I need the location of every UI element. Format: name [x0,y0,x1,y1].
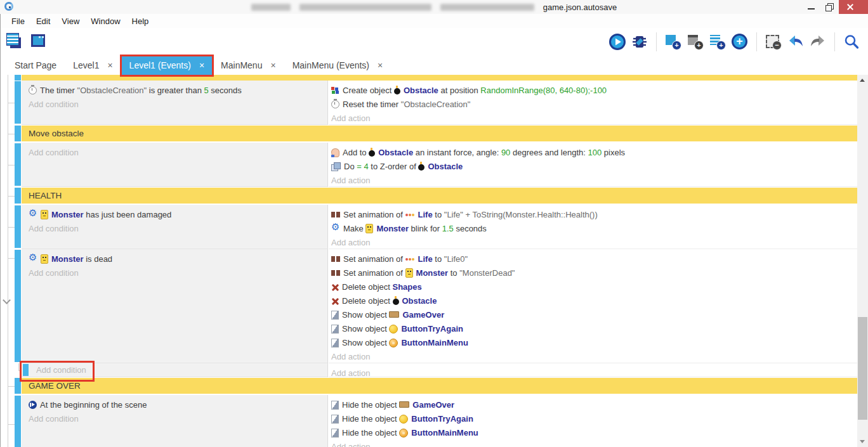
add-circle-icon[interactable] [731,33,749,51]
add-event-icon[interactable] [664,33,682,51]
action-line[interactable]: Set animation of Life to "Life0" [331,252,857,266]
condition-line[interactable]: The timer "ObstacleCreation" is greater … [29,84,327,98]
menu-help[interactable]: Help [126,16,155,26]
menu-view[interactable]: View [56,16,85,26]
action-line[interactable]: Show object GameOver [331,308,857,322]
conditions-column[interactable]: Add condition [22,143,328,187]
preview-play-icon[interactable] [608,33,626,51]
condition-line[interactable]: At the beginning of the scene [29,398,327,412]
action-line[interactable]: Create object Obstacle at position Rando… [331,84,857,98]
start-page-icon[interactable] [30,32,48,50]
event-row[interactable]: Monster is deadAdd conditionSet animatio… [0,249,857,363]
add-action-button[interactable]: Add action [331,236,857,250]
event-selection-bar[interactable] [15,205,21,248]
add-condition-button[interactable]: Add condition [29,146,327,160]
add-action-button[interactable]: Add action [331,112,857,126]
action-line[interactable]: Delete object Obstacle [331,294,857,308]
restore-button[interactable] [820,0,839,14]
group-bar[interactable]: Move obstacle [22,126,857,141]
action-line[interactable]: Reset the timer "ObstacleCreation" [331,98,857,112]
remove-event-icon[interactable] [765,33,782,51]
minimize-button[interactable] [802,0,820,14]
action-line[interactable]: Do = 4 to Z-order of Obstacle [331,160,857,174]
add-action-button[interactable]: Add action [331,350,857,364]
event-group-game-over[interactable]: GAME OVER [0,377,857,395]
actions-column[interactable]: Create object Obstacle at position Rando… [329,81,857,125]
tab-close-icon[interactable]: × [378,60,383,70]
add-condition-button[interactable]: Add condition [29,98,327,112]
conditions-column[interactable]: Monster has just been damagedAdd conditi… [22,205,328,249]
add-condition-button[interactable]: Add condition [36,363,327,377]
tab-level1-events[interactable]: Level1 (Events)× [121,56,213,75]
event-row[interactable]: The timer "ObstacleCreation" is greater … [0,81,857,125]
menu-file[interactable]: File [6,16,30,26]
scrollbar-thumb[interactable] [858,317,867,420]
conditions-column[interactable]: Add condition [22,363,328,377]
condition-line[interactable]: Monster has just been damaged [29,208,327,222]
add-action-button[interactable]: Add action [331,174,857,188]
event-selection-bar[interactable] [15,126,21,141]
tab-level1[interactable]: Level1× [65,56,121,75]
search-icon[interactable] [843,33,860,51]
actions-column[interactable]: Add action [329,363,857,377]
group-bar[interactable]: HEALTH [22,188,857,204]
undo-icon[interactable] [787,33,805,51]
debugger-bug-icon[interactable] [631,33,648,51]
menu-window[interactable]: Window [85,16,126,26]
close-button[interactable] [839,0,868,14]
project-manager-icon[interactable] [6,32,23,50]
scroll-down-arrow-icon[interactable] [857,436,868,447]
event-selection-bar[interactable] [15,250,21,362]
event-group-move-obstacle[interactable]: Move obstacle [0,125,857,143]
action-line[interactable]: Set animation of Life to "Life" + ToStri… [331,208,857,222]
menu-edit[interactable]: Edit [30,16,56,26]
add-condition-button[interactable]: Add condition [29,222,327,236]
redo-icon[interactable] [809,33,827,51]
event-selection-bar[interactable] [15,378,21,394]
vertical-scrollbar[interactable] [857,75,868,447]
action-line[interactable]: Set animation of Monster to "MonsterDead… [331,266,857,280]
event-group-health[interactable]: HEALTH [0,187,857,205]
action-line[interactable]: Add to Obstacle an instant force, angle:… [331,146,857,160]
condition-line[interactable]: Monster is dead [29,252,327,266]
collapse-chevron-icon[interactable] [3,296,11,304]
tab-mainmenu-events[interactable]: MainMenu (Events)× [284,56,391,75]
action-line[interactable]: Delete object Shapes [331,280,857,294]
add-subevent-icon[interactable] [687,33,704,51]
tab-close-icon[interactable]: × [270,60,275,70]
action-line[interactable]: Show object ButtonTryAgain [331,322,857,336]
action-line[interactable]: Hide the object ButtonMainMenu [331,426,857,440]
event-selection-bar[interactable] [15,81,21,124]
tab-close-icon[interactable]: × [107,60,112,70]
conditions-column[interactable]: Monster is deadAdd condition [22,249,328,363]
subevent-row[interactable]: Add conditionAdd action [0,363,857,377]
add-action-button[interactable]: Add action [331,440,857,447]
event-row[interactable]: At the beginning of the sceneAdd conditi… [0,395,857,447]
event-row[interactable]: Monster has just been damagedAdd conditi… [0,205,857,249]
actions-column[interactable]: Add to Obstacle an instant force, angle:… [329,143,857,187]
add-condition-button[interactable]: Add condition [29,266,327,280]
action-line[interactable]: Make Monster blink for 1.5 seconds [331,222,857,236]
action-line[interactable]: Show object ButtonMainMenu [331,336,857,350]
group-bar[interactable] [22,75,857,81]
event-selection-bar[interactable] [15,75,21,81]
add-condition-button[interactable]: Add condition [29,412,327,426]
tab-start-page[interactable]: Start Page [6,56,65,75]
tab-mainmenu[interactable]: MainMenu× [213,56,284,75]
add-comment-icon[interactable] [709,33,727,51]
actions-column[interactable]: Set animation of Life to "Life0"Set anim… [329,249,857,363]
event-selection-bar[interactable] [15,143,21,186]
actions-column[interactable]: Hide the object GameOverHide the object … [329,395,857,447]
group-bar[interactable]: GAME OVER [22,378,857,394]
conditions-column[interactable]: At the beginning of the sceneAdd conditi… [22,395,328,447]
actions-column[interactable]: Set animation of Life to "Life" + ToStri… [329,205,857,249]
action-line[interactable]: Hide the object GameOver [331,398,857,412]
tab-close-icon[interactable]: × [199,60,204,70]
scroll-up-arrow-icon[interactable] [857,75,868,86]
conditions-column[interactable]: The timer "ObstacleCreation" is greater … [22,81,328,125]
event-selection-bar[interactable] [15,396,21,447]
action-line[interactable]: Hide the object ButtonTryAgain [331,412,857,426]
subevent-marker[interactable] [23,364,29,376]
event-selection-bar[interactable] [15,188,21,204]
event-group-partial[interactable] [0,75,857,81]
